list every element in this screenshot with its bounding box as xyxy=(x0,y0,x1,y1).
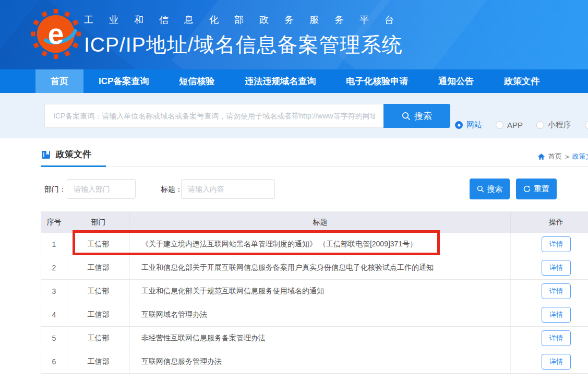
col-header-action: 操作 xyxy=(511,211,588,233)
radio-unselected-icon xyxy=(536,121,544,129)
nav-item-illegal-domain-query[interactable]: 违法违规域名查询 xyxy=(230,69,331,93)
cell-index: 4 xyxy=(41,303,67,326)
table-row: 5 工信部 非经营性互联网信息服务备案管理办法 详情 xyxy=(41,327,588,350)
detail-button[interactable]: 详情 xyxy=(542,354,571,370)
filter-search-button[interactable]: 搜索 xyxy=(470,179,510,199)
table-row: 4 工信部 互联网域名管理办法 详情 xyxy=(41,303,588,327)
breadcrumb-home[interactable]: 首页 xyxy=(548,152,562,161)
nav-item-notices[interactable]: 通知公告 xyxy=(423,69,489,93)
book-icon xyxy=(41,149,51,160)
detail-button[interactable]: 详情 xyxy=(542,236,571,252)
cell-dept: 工信部 xyxy=(67,256,130,279)
col-header-index: 序号 xyxy=(41,211,67,233)
dept-filter-label: 部门： xyxy=(44,179,66,199)
header-titles: 工业和信息化部政务服务平台 ICP/IP地址/域名信息备案管理系统 xyxy=(84,14,410,59)
filter-reset-label: 重置 xyxy=(534,184,549,194)
breadcrumb-separator: > xyxy=(565,153,569,161)
cell-index: 6 xyxy=(41,350,67,373)
radio-unselected-icon xyxy=(585,121,588,129)
logo-letter: e xyxy=(48,18,64,50)
dept-filter-input[interactable] xyxy=(67,179,136,199)
detail-button[interactable]: 详情 xyxy=(542,330,571,346)
search-icon xyxy=(402,112,411,121)
cell-index: 1 xyxy=(41,233,67,256)
nav-item-icp-query[interactable]: ICP备案查询 xyxy=(83,69,164,93)
home-icon xyxy=(537,153,545,160)
nav-item-sms-verify[interactable]: 短信核验 xyxy=(164,69,230,93)
nav-item-e-verification[interactable]: 电子化核验申请 xyxy=(331,69,423,93)
radio-quickapp[interactable]: 快应用 xyxy=(585,120,588,130)
title-filter-input[interactable] xyxy=(181,179,275,199)
radio-label: 网站 xyxy=(466,120,482,130)
miit-gear-logo-icon: e xyxy=(30,8,81,60)
section-title: 政策文件 xyxy=(56,148,91,160)
radio-app[interactable]: APP xyxy=(496,121,523,129)
cell-title: 工业和信息化部关于规范互联网信息服务使用域名的通知 xyxy=(130,280,511,303)
cell-action: 详情 xyxy=(511,256,588,279)
section-divider xyxy=(41,167,588,167)
icp-search-input[interactable] xyxy=(44,104,383,128)
title-filter-label: 标题： xyxy=(161,179,183,199)
system-title: ICP/IP地址/域名信息备案管理系统 xyxy=(84,31,410,59)
cell-dept: 工信部 xyxy=(67,350,130,373)
table-header: 序号 部门 标题 操作 xyxy=(41,211,588,233)
col-header-dept: 部门 xyxy=(67,211,130,233)
section-header: 政策文件 xyxy=(41,148,91,160)
table-row: 1 工信部 《关于建立境内违法互联网站黑名单管理制度的通知》 （工信部联电管[2… xyxy=(41,233,588,256)
breadcrumb: 首页 > 政策文件 xyxy=(537,152,588,161)
cell-title: 互联网域名管理办法 xyxy=(130,303,511,326)
filter-row: 部门： 标题： 搜索 重置 xyxy=(0,179,588,200)
cell-title: 非经营性互联网信息服务备案管理办法 xyxy=(130,327,511,350)
cell-dept: 工信部 xyxy=(67,280,130,303)
cell-dept: 工信部 xyxy=(67,303,130,326)
table-row: 2 工信部 工业和信息化部关于开展互联网信息服务备案用户真实身份信息电子化核验试… xyxy=(41,256,588,280)
table-row: 6 工信部 互联网信息服务管理办法 详情 xyxy=(41,350,588,374)
search-icon xyxy=(477,185,484,193)
radio-miniprogram[interactable]: 小程序 xyxy=(536,120,571,130)
cell-dept: 工信部 xyxy=(67,327,130,350)
site-header: e 工业和信息化部政务服务平台 ICP/IP地址/域名信息备案管理系统 xyxy=(0,0,588,69)
cell-action: 详情 xyxy=(511,233,588,256)
cell-action: 详情 xyxy=(511,327,588,350)
icp-search-band: 搜索 网站 APP 小程序 快应用 xyxy=(0,93,588,138)
icp-search-button[interactable]: 搜索 xyxy=(383,104,450,128)
search-type-radio-group: 网站 APP 小程序 快应用 xyxy=(455,120,588,130)
platform-title: 工业和信息化部政务服务平台 xyxy=(84,14,410,26)
radio-label: 小程序 xyxy=(548,120,571,130)
detail-button[interactable]: 详情 xyxy=(542,307,571,323)
radio-selected-icon xyxy=(455,121,463,129)
cell-index: 2 xyxy=(41,256,67,279)
cell-title: 工业和信息化部关于开展互联网信息服务备案用户真实身份信息电子化核验试点工作的通知 xyxy=(130,256,511,279)
table-row: 3 工信部 工业和信息化部关于规范互联网信息服务使用域名的通知 详情 xyxy=(41,280,588,303)
cell-index: 5 xyxy=(41,327,67,350)
cell-action: 详情 xyxy=(511,350,588,373)
nav-item-home[interactable]: 首页 xyxy=(35,69,83,93)
radio-unselected-icon xyxy=(496,121,503,129)
cell-title: 《关于建立境内违法互联网站黑名单管理制度的通知》 （工信部联电管[2009]37… xyxy=(130,233,511,256)
table-body: 1 工信部 《关于建立境内违法互联网站黑名单管理制度的通知》 （工信部联电管[2… xyxy=(41,233,588,374)
radio-label: APP xyxy=(507,121,523,129)
cell-index: 3 xyxy=(41,280,67,303)
icp-search-button-label: 搜索 xyxy=(414,110,432,122)
main-nav: 首页 ICP备案查询 短信核验 违法违规域名查询 电子化核验申请 通知公告 政策… xyxy=(0,69,588,93)
filter-search-label: 搜索 xyxy=(487,184,503,194)
filter-reset-button[interactable]: 重置 xyxy=(516,179,557,199)
cell-title: 互联网信息服务管理办法 xyxy=(130,350,511,373)
refresh-icon xyxy=(523,185,531,193)
nav-item-policy-files[interactable]: 政策文件 xyxy=(489,69,555,93)
section-divider-accent xyxy=(41,165,106,167)
detail-button[interactable]: 详情 xyxy=(542,283,571,299)
policy-table: 序号 部门 标题 操作 1 工信部 《关于建立境内违法互联网站黑名单管理制度的通… xyxy=(41,211,588,374)
cell-action: 详情 xyxy=(511,303,588,326)
col-header-title: 标题 xyxy=(130,211,511,233)
cell-action: 详情 xyxy=(511,280,588,303)
cell-dept: 工信部 xyxy=(67,233,130,256)
detail-button[interactable]: 详情 xyxy=(542,260,571,276)
radio-website[interactable]: 网站 xyxy=(455,120,482,130)
breadcrumb-current: 政策文件 xyxy=(572,152,588,161)
